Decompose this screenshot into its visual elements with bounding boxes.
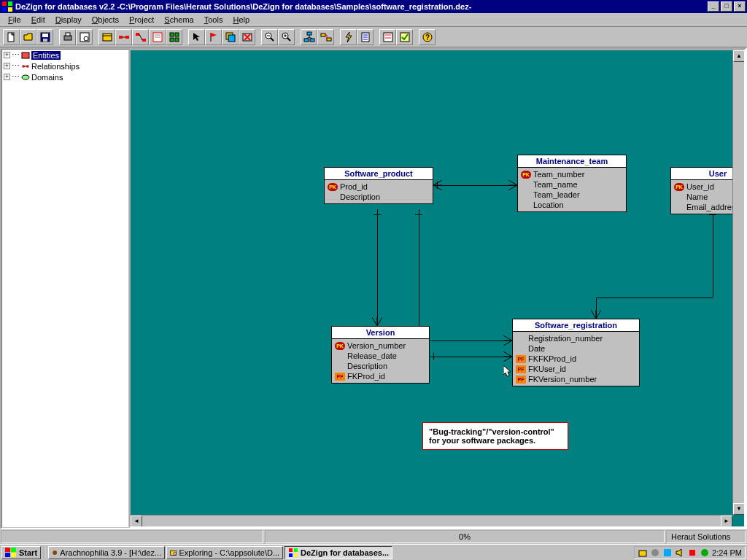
svg-line-19 [139, 34, 142, 40]
menu-edit[interactable]: Edit [26, 14, 50, 26]
vertical-scrollbar[interactable]: ▲ ▼ [732, 50, 744, 515]
menu-file[interactable]: File [3, 14, 26, 26]
tray-icon[interactable] [662, 548, 673, 558]
task-exploring[interactable]: Exploring - C:\appsolute\D... [166, 546, 283, 559]
attribute-row[interactable]: Description [328, 192, 430, 202]
attribute-label: User_id [686, 182, 714, 191]
expand-icon[interactable]: + [4, 63, 10, 69]
form-icon[interactable] [379, 29, 396, 45]
expand-icon[interactable]: + [4, 52, 10, 58]
relation-icon[interactable] [115, 29, 132, 45]
tray-icon[interactable] [638, 548, 648, 558]
close-button[interactable]: × [734, 1, 746, 12]
attribute-row[interactable]: PKTeam_number [521, 169, 623, 179]
tree-item-domains[interactable]: + ⋯ Domains [2, 71, 128, 82]
grid-icon[interactable] [166, 29, 182, 45]
check-icon[interactable] [396, 29, 413, 45]
entity-software_registration[interactable]: Software_registrationRegistration_number… [512, 319, 640, 386]
taskbar-separator [44, 547, 45, 559]
minimize-button[interactable]: _ [708, 1, 719, 12]
start-button[interactable]: Start [1, 546, 41, 559]
task-arachnophilia[interactable]: Arachnophilia 3.9 - [H:\dez... [48, 546, 165, 559]
scroll-up-icon[interactable]: ▲ [733, 50, 745, 62]
note-box[interactable]: "Bug-tracking"/"version-control" for you… [422, 422, 568, 450]
attribute-row[interactable]: Registration_number [516, 333, 636, 343]
menu-help[interactable]: Help [228, 14, 255, 26]
volume-icon[interactable] [675, 548, 685, 558]
print-icon[interactable] [59, 29, 76, 45]
relation-line[interactable] [433, 185, 517, 186]
attribute-row[interactable]: Release_date [335, 351, 426, 361]
menu-objects[interactable]: Objects [87, 14, 124, 26]
arrow-icon[interactable] [188, 29, 205, 45]
note-text: "Bug-tracking"/"version-control" for you… [429, 427, 554, 445]
relation2-icon[interactable] [132, 29, 149, 45]
open-icon[interactable] [20, 29, 36, 45]
relation-line[interactable] [596, 298, 713, 298]
zoom-in-icon[interactable] [278, 29, 295, 45]
attribute-row[interactable]: Location [521, 200, 623, 210]
relation-line[interactable] [713, 210, 713, 298]
attribute-row[interactable]: PFFKFKProd_id [516, 354, 636, 364]
tree-panel[interactable]: + ⋯ Entities + ⋯ Relationships + ⋯ Domai… [1, 49, 129, 528]
attribute-row[interactable]: PKProd_id [328, 182, 430, 192]
diagram-icon[interactable] [301, 29, 317, 45]
attribute-row[interactable]: PKVersion_number [335, 341, 426, 351]
attribute-row[interactable]: PFFKVersion_number [516, 374, 636, 384]
attribute-row[interactable]: Team_name [521, 179, 623, 190]
svg-rect-39 [304, 39, 309, 42]
scroll-down-icon[interactable]: ▼ [733, 503, 745, 515]
svg-rect-61 [5, 548, 10, 552]
maximize-button[interactable]: □ [721, 1, 732, 12]
entity-software_product[interactable]: Software_productPKProd_idDescription [324, 167, 433, 204]
tree-item-entities[interactable]: + ⋯ Entities [2, 50, 128, 61]
tray-icon[interactable] [700, 548, 710, 558]
horizontal-scrollbar[interactable]: ◄ ► [131, 515, 732, 526]
tray-icon[interactable] [687, 548, 697, 558]
entity-maintenance_team[interactable]: Maintenance_teamPKTeam_numberTeam_nameTe… [517, 155, 627, 212]
menu-display[interactable]: Display [50, 14, 87, 26]
attribute-row[interactable]: PFFKProd_id [335, 371, 426, 381]
relation-line[interactable] [377, 209, 378, 326]
menu-project[interactable]: Project [124, 14, 159, 26]
entity-title: Software_registration [513, 319, 639, 332]
domain-folder-icon [21, 73, 30, 82]
relation-line[interactable] [419, 341, 512, 341]
system-tray[interactable]: 2:24 PM [634, 546, 746, 559]
print-preview-icon[interactable] [76, 29, 93, 45]
menu-tools[interactable]: Tools [199, 14, 228, 26]
tree-label: Entities [31, 51, 61, 60]
link-icon[interactable] [317, 29, 334, 45]
scroll-left-icon[interactable]: ◄ [131, 516, 142, 527]
note-icon[interactable] [149, 29, 166, 45]
menu-schema[interactable]: Schema [159, 14, 198, 26]
attribute-row[interactable]: PFFKUser_id [516, 364, 636, 374]
attribute-row[interactable]: Date [516, 343, 636, 354]
entity-version[interactable]: VersionPKVersion_numberRelease_dateDescr… [331, 326, 430, 384]
save-icon[interactable] [36, 29, 53, 45]
task-dezign[interactable]: DeZign for databases... [285, 546, 392, 559]
tray-icon[interactable] [650, 548, 660, 558]
delete-icon[interactable] [239, 29, 255, 45]
help-icon[interactable]: ? [419, 29, 436, 45]
layers-icon[interactable] [222, 29, 239, 45]
entity-icon[interactable] [98, 29, 115, 45]
lightning-icon[interactable] [340, 29, 357, 45]
clock[interactable]: 2:24 PM [712, 548, 742, 557]
expand-icon[interactable]: + [4, 74, 10, 80]
report-icon[interactable] [357, 29, 374, 45]
relation-line[interactable] [419, 209, 419, 341]
flag-icon[interactable] [205, 29, 222, 45]
scroll-right-icon[interactable]: ► [721, 516, 732, 527]
attribute-row[interactable]: Team_leader [521, 190, 623, 200]
tree-item-relationships[interactable]: + ⋯ Relationships [2, 61, 128, 71]
attribute-row[interactable]: Description [335, 361, 426, 371]
new-icon[interactable] [3, 29, 20, 45]
zoom-out-icon[interactable] [261, 29, 278, 45]
svg-rect-44 [321, 34, 325, 36]
svg-rect-12 [103, 34, 112, 41]
diagram-canvas[interactable]: Software_productPKProd_idDescriptionMain… [129, 49, 746, 528]
tree-label: Domains [31, 73, 63, 82]
relation-line[interactable] [430, 357, 512, 357]
svg-rect-63 [5, 553, 10, 557]
